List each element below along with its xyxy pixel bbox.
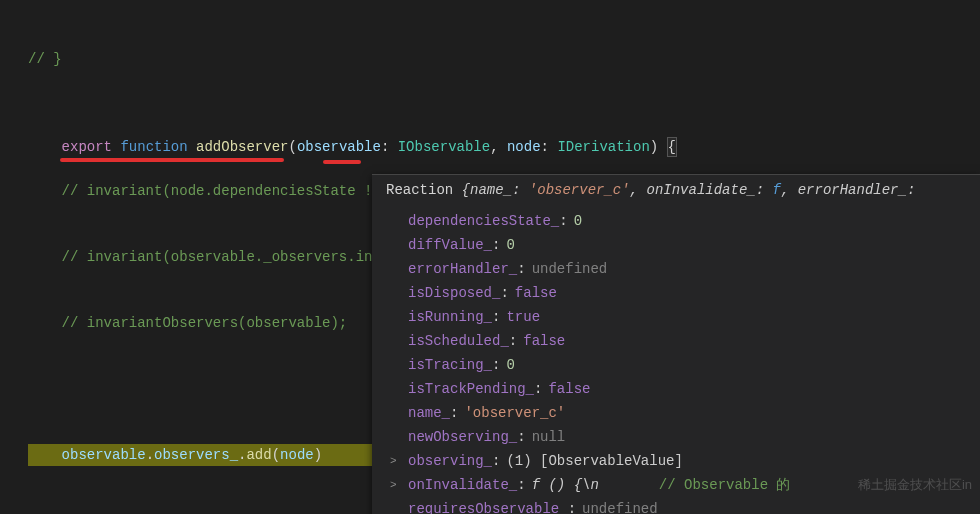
property-key: diffValue_ xyxy=(408,234,492,256)
property-key: isTrackPending_ xyxy=(408,378,534,400)
property-key: isScheduled_ xyxy=(408,330,509,352)
property-key: dependenciesState_ xyxy=(408,210,559,232)
property-value: null xyxy=(532,426,566,448)
property-value: f () {\n xyxy=(532,474,599,496)
property-key: requiresObservable_ xyxy=(408,498,568,514)
watermark: 稀土掘金技术社区in xyxy=(858,474,972,496)
expand-arrow-icon[interactable]: > xyxy=(390,474,397,496)
tooltip-row-isDisposed_: isDisposed_: false xyxy=(372,281,980,305)
fn-addObserver: addObserver xyxy=(196,139,288,155)
tooltip-row-isRunning_: isRunning_: true xyxy=(372,305,980,329)
property-value: false xyxy=(515,282,557,304)
property-value: 0 xyxy=(506,234,514,256)
property-value: 0 xyxy=(506,354,514,376)
tooltip-row-dependenciesState_: dependenciesState_: 0 xyxy=(372,209,980,233)
inline-comment: // Observable 的 xyxy=(659,474,791,496)
property-value: false xyxy=(523,330,565,352)
tooltip-row-errorHandler_: errorHandler_: undefined xyxy=(372,257,980,281)
property-key: errorHandler_ xyxy=(408,258,517,280)
property-value: (1) [ObservableValue] xyxy=(506,450,682,472)
tooltip-body[interactable]: dependenciesState_: 0diffValue_: 0errorH… xyxy=(372,207,980,514)
comment: // } xyxy=(28,51,62,67)
tooltip-header: Reaction {name_: 'observer_c', onInvalid… xyxy=(372,175,980,207)
annotation-underline xyxy=(323,160,361,164)
tooltip-row-name_: name_: 'observer_c' xyxy=(372,401,980,425)
keyword-function: function xyxy=(120,139,187,155)
property-key: isTracing_ xyxy=(408,354,492,376)
tooltip-row-requiresObservable_: requiresObservable_: undefined xyxy=(372,497,980,514)
property-value: undefined xyxy=(532,258,608,280)
property-value: 'observer_c' xyxy=(464,402,565,424)
expand-arrow-icon[interactable]: > xyxy=(390,450,397,472)
matching-brace: { xyxy=(667,137,677,157)
property-key: isRunning_ xyxy=(408,306,492,328)
tooltip-row-isTrackPending_: isTrackPending_: false xyxy=(372,377,980,401)
property-key: newObserving_ xyxy=(408,426,517,448)
property-value: undefined xyxy=(582,498,658,514)
tooltip-row-newObserving_: newObserving_: null xyxy=(372,425,980,449)
property-key: observing_ xyxy=(408,450,492,472)
property-key: onInvalidate_ xyxy=(408,474,517,496)
tooltip-row-isScheduled_: isScheduled_: false xyxy=(372,329,980,353)
annotation-underline xyxy=(60,158,284,162)
tooltip-row-isTracing_: isTracing_: 0 xyxy=(372,353,980,377)
keyword-export: export xyxy=(62,139,112,155)
comment: // invariantObservers(observable); xyxy=(62,315,348,331)
property-value: false xyxy=(548,378,590,400)
property-key: isDisposed_ xyxy=(408,282,500,304)
property-key: name_ xyxy=(408,402,450,424)
tooltip-row-diffValue_: diffValue_: 0 xyxy=(372,233,980,257)
tooltip-row-observing_[interactable]: >observing_: (1) [ObservableValue] xyxy=(372,449,980,473)
debug-hover-tooltip[interactable]: Reaction {name_: 'observer_c', onInvalid… xyxy=(372,174,980,514)
property-value: true xyxy=(506,306,540,328)
property-value: 0 xyxy=(574,210,582,232)
